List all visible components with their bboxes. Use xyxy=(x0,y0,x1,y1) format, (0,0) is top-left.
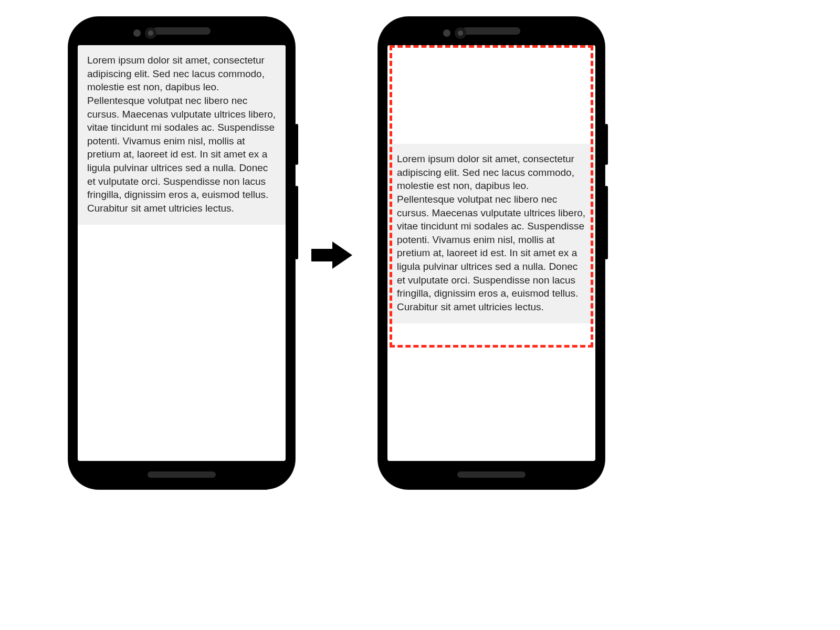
phone-mockup-right: Lorem ipsum dolor sit amet, consectetur … xyxy=(378,17,605,489)
earpiece-speaker-icon xyxy=(463,27,520,35)
bottom-speaker-icon xyxy=(148,471,216,478)
sensor-dot-icon xyxy=(133,29,141,37)
body-text-right: Lorem ipsum dolor sit amet, consectetur … xyxy=(387,144,595,323)
body-text-left: Lorem ipsum dolor sit amet, consectetur … xyxy=(78,45,286,225)
volume-button-icon xyxy=(295,186,298,259)
phone-mockup-left: Lorem ipsum dolor sit amet, consectetur … xyxy=(68,17,295,489)
arrow-right-icon xyxy=(311,239,353,271)
bottom-speaker-icon xyxy=(457,471,526,478)
diagram-stage: Lorem ipsum dolor sit amet, consectetur … xyxy=(0,0,840,630)
sensor-dot-icon xyxy=(443,29,450,37)
front-camera-icon xyxy=(455,27,466,39)
svg-marker-0 xyxy=(311,242,352,269)
front-camera-icon xyxy=(145,27,156,39)
power-button-icon xyxy=(295,124,298,165)
power-button-icon xyxy=(605,124,608,165)
volume-button-icon xyxy=(605,186,608,259)
phone-screen-left: Lorem ipsum dolor sit amet, consectetur … xyxy=(78,45,286,461)
earpiece-speaker-icon xyxy=(153,27,211,35)
phone-screen-right: Lorem ipsum dolor sit amet, consectetur … xyxy=(387,45,595,461)
